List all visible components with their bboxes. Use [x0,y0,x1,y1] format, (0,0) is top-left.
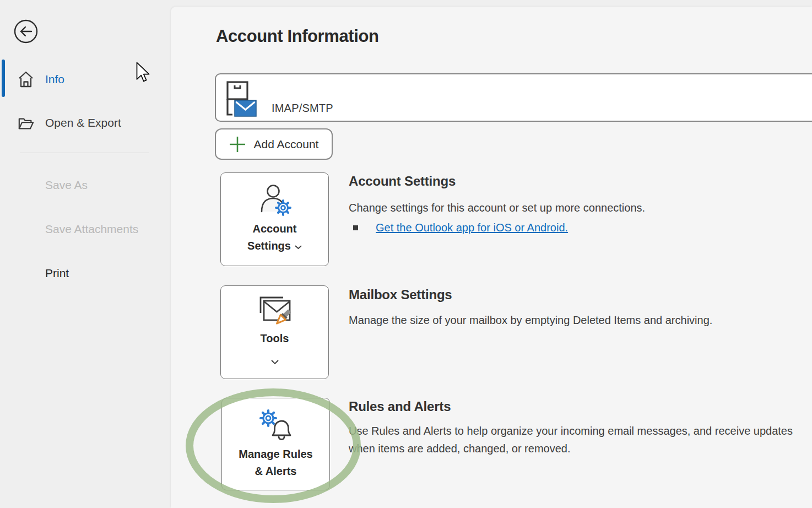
section-description: Change settings for this account or set … [349,199,645,217]
section-description: Manage the size of your mailbox by empty… [349,311,712,329]
page-title: Account Information [216,26,379,46]
sidebar-divider [20,153,149,153]
sidebar-item-print[interactable]: Print [0,261,171,285]
rules-gear-bell-icon [257,408,295,442]
add-account-button[interactable]: Add Account [215,128,333,160]
mail-account-icon [225,80,258,118]
add-account-label: Add Account [254,138,319,151]
plus-icon [229,136,246,153]
section-description: Use Rules and Alerts to help organize yo… [349,422,798,457]
sidebar-item-label: Save Attachments [45,223,138,236]
sidebar-item-info[interactable]: Info [0,67,171,91]
back-button[interactable] [14,19,38,44]
sidebar-item-label: Info [45,73,64,86]
open-folder-icon [18,115,34,133]
sidebar-item-label: Print [45,267,69,280]
home-icon [18,71,34,88]
bullet-icon [353,225,358,230]
account-settings-button[interactable]: Account Settings [220,172,329,266]
tile-label: Tools [233,330,317,370]
manage-rules-alerts-button[interactable]: Manage Rules & Alerts [221,398,330,490]
sidebar-item-label: Open & Export [45,116,121,129]
sidebar-item-save-as: Save As [0,173,171,197]
sidebar-item-label: Save As [45,179,88,192]
chevron-down-icon [271,360,279,365]
account-type-value: IMAP/SMTP [272,102,333,115]
get-outlook-app-link[interactable]: Get the Outlook app for iOS or Android. [376,221,568,234]
mailbox-cleanup-icon [257,295,293,327]
account-selector[interactable]: IMAP/SMTP [215,73,812,122]
tools-button[interactable]: Tools [220,285,329,379]
tile-label: Account Settings [233,220,317,255]
section-heading-rules-alerts: Rules and Alerts [349,399,451,414]
backstage-sidebar: Info Open & Export Save As Save Attachme… [0,0,171,508]
section-heading-mailbox-settings: Mailbox Settings [349,287,452,302]
person-gear-icon [257,184,293,217]
sidebar-item-open-export[interactable]: Open & Export [0,111,171,135]
sidebar-item-save-attachments: Save Attachments [0,217,171,241]
section-heading-account-settings: Account Settings [349,174,456,189]
chevron-down-icon [295,245,302,250]
tile-label: Manage Rules & Alerts [234,446,318,480]
back-arrow-icon [14,19,38,44]
